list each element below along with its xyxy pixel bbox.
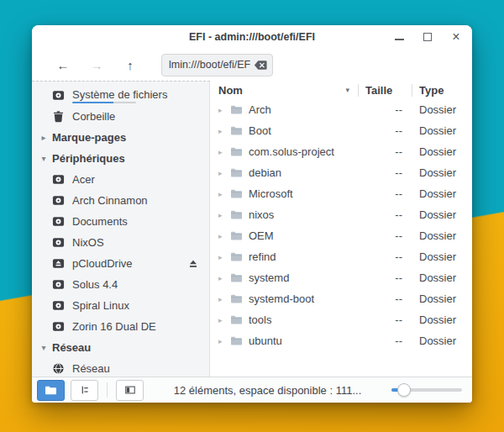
expander-icon[interactable]: ▸ [218, 148, 228, 156]
sidebar-item-label: NixOS [72, 236, 104, 249]
chevron-right-icon[interactable]: ▸ [39, 133, 49, 142]
file-rows: ▸Arch--Dossier▸Boot--Dossier▸com.solus-p… [210, 99, 472, 351]
file-row[interactable]: ▸ubuntu--Dossier [210, 330, 472, 351]
file-type: Dossier [412, 124, 472, 137]
file-row[interactable]: ▸tools--Dossier [210, 309, 472, 330]
expander-icon[interactable]: ▸ [218, 190, 228, 198]
sidebar-item[interactable]: Acer [32, 169, 209, 190]
zoom-slider[interactable] [391, 383, 462, 397]
expander-icon[interactable]: ▸ [218, 169, 228, 177]
sidebar-item[interactable]: pCloudDrive [32, 253, 209, 274]
drive-icon [52, 173, 65, 186]
file-name-cell: ▸tools [210, 313, 359, 326]
file-row[interactable]: ▸systemd-boot--Dossier [210, 288, 472, 309]
sidebar-section-header[interactable]: ▾Réseau [32, 337, 209, 358]
sidebar-item[interactable]: Solus 4.4 [32, 274, 209, 295]
file-row[interactable]: ▸refind--Dossier [210, 246, 472, 267]
drive-icon [52, 215, 65, 228]
file-type: Dossier [412, 166, 472, 179]
chevron-down-icon[interactable]: ▾ [39, 154, 49, 163]
file-type: Dossier [412, 335, 472, 347]
sidebar-item[interactable]: NixOS [32, 232, 209, 253]
toolbar: ← → ↑ lmin:///boot/efi/EFI [32, 49, 472, 81]
file-row[interactable]: ▸Microsoft--Dossier [210, 183, 472, 204]
sidebar-section-header[interactable]: ▾Périphériques [32, 148, 209, 169]
drive-icon [52, 89, 65, 102]
zoom-slider-handle[interactable] [397, 383, 411, 397]
file-type: Dossier [412, 103, 472, 116]
up-button[interactable]: ↑ [123, 58, 138, 72]
sidebar-item[interactable]: Zorin 16 Dual DE [32, 316, 209, 337]
sidebar-item[interactable]: Spiral Linux [32, 295, 209, 316]
titlebar[interactable]: EFI - admin:///boot/efi/EFI × [32, 25, 472, 49]
chevron-down-icon[interactable]: ▾ [39, 343, 49, 352]
file-manager-window: EFI - admin:///boot/efi/EFI × ← → ↑ lmin… [32, 25, 472, 403]
file-row[interactable]: ▸OEM--Dossier [210, 225, 472, 246]
expander-icon[interactable]: ▸ [218, 127, 228, 135]
file-type: Dossier [412, 271, 472, 284]
clear-location-icon[interactable] [254, 60, 267, 71]
expander-icon[interactable]: ▸ [218, 274, 228, 282]
file-type: Dossier [412, 145, 472, 158]
expander-icon[interactable]: ▸ [218, 316, 228, 324]
statusbar: 12 éléments, espace disponible : 111... [32, 377, 472, 403]
file-size: -- [359, 145, 412, 158]
file-row[interactable]: ▸com.solus-project--Dossier [210, 141, 472, 162]
list-view-button[interactable] [71, 380, 98, 401]
sidebar-item[interactable]: Arch Cinnamon [32, 190, 209, 211]
file-name: ubuntu [249, 335, 282, 347]
sidebar-item-label: Spiral Linux [72, 299, 129, 312]
sidebar-item[interactable]: Réseau [32, 358, 209, 377]
sidebar-item-label: Corbeille [72, 110, 115, 123]
eject-icon[interactable] [187, 258, 199, 270]
network-icon [52, 362, 65, 375]
file-name: systemd-boot [249, 292, 314, 305]
sidebar-item[interactable]: Système de fichiers [32, 85, 209, 106]
sidebar-section-label: Réseau [52, 341, 91, 354]
maximize-button[interactable] [422, 31, 433, 43]
file-row[interactable]: ▸nixos--Dossier [210, 204, 472, 225]
file-name: nixos [249, 208, 274, 221]
expander-icon[interactable]: ▸ [218, 295, 228, 303]
file-name-cell: ▸Boot [210, 124, 359, 137]
folder-icon [230, 209, 243, 220]
minimize-button[interactable] [393, 31, 405, 43]
expander-icon[interactable]: ▸ [218, 106, 228, 114]
sidebar-item[interactable]: Corbeille [32, 106, 209, 127]
file-row[interactable]: ▸systemd--Dossier [210, 267, 472, 288]
sidebar-section-label: Périphériques [52, 152, 125, 165]
sidebar-section-header[interactable]: ▸Marque-pages [32, 127, 209, 148]
maximize-icon [423, 33, 432, 41]
file-name: systemd [249, 271, 289, 284]
trash-icon [52, 110, 65, 123]
file-row[interactable]: ▸Arch--Dossier [210, 99, 472, 120]
file-name-cell: ▸Microsoft [210, 187, 359, 200]
icon-view-button[interactable] [37, 380, 65, 401]
folder-icon [230, 293, 243, 304]
file-size: -- [359, 335, 412, 347]
back-button[interactable]: ← [55, 58, 71, 72]
expander-icon[interactable]: ▸ [218, 253, 228, 261]
file-name-cell: ▸systemd [210, 271, 359, 284]
file-row[interactable]: ▸Boot--Dossier [210, 120, 472, 141]
column-header-name[interactable]: Nom ▾ [210, 84, 358, 97]
location-value[interactable]: lmin:///boot/efi/EFI [169, 59, 250, 71]
forward-button[interactable]: → [89, 58, 104, 72]
file-type: Dossier [412, 208, 472, 221]
file-name-cell: ▸systemd-boot [210, 292, 359, 305]
list-view-icon [79, 384, 91, 396]
toggle-sidebar-button[interactable] [116, 380, 144, 401]
expander-icon[interactable]: ▸ [218, 232, 228, 240]
column-header-type[interactable]: Type [412, 84, 472, 97]
file-row[interactable]: ▸debian--Dossier [210, 162, 472, 183]
file-name-cell: ▸nixos [210, 208, 359, 221]
expander-icon[interactable]: ▸ [218, 211, 228, 219]
sidebar-item[interactable]: Documents [32, 211, 209, 232]
location-bar[interactable]: lmin:///boot/efi/EFI [161, 54, 273, 76]
sidebar-toggle-icon [124, 384, 136, 396]
file-type: Dossier [412, 292, 472, 305]
column-header-size[interactable]: Taille [359, 84, 412, 97]
drive-eject-icon [52, 257, 65, 270]
expander-icon[interactable]: ▸ [218, 337, 228, 345]
close-button[interactable]: × [450, 31, 462, 43]
